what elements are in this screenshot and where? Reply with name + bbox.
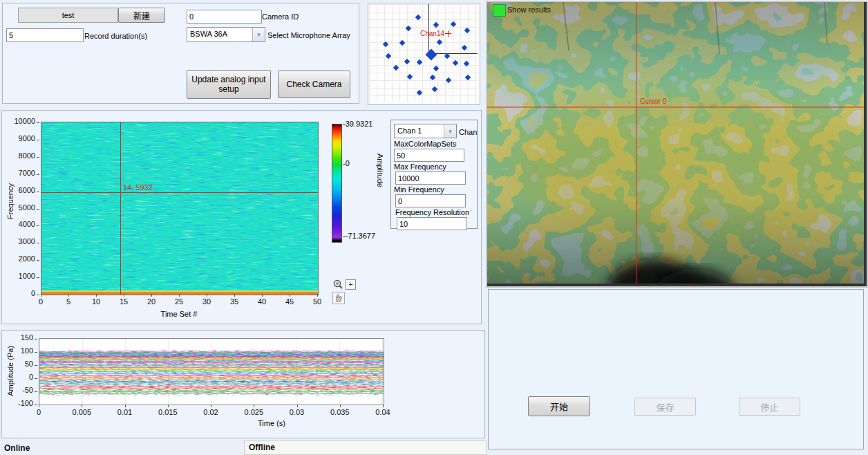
project-name-display[interactable]: test [18,8,118,23]
chan-select[interactable]: Chan 1 ▾ [394,124,457,138]
tick-label: 0.025 [234,408,273,416]
tick-label: 0 [2,289,35,297]
min-frequency-input[interactable]: 0 [395,194,466,207]
mic-dot [464,28,470,33]
start-button[interactable]: 开始 [528,396,590,416]
analysis-controls-group: Chan 1 ▾ Chan MaxColorMapSets 50 Max Fre… [390,120,478,229]
chan-select-value: Chan 1 [395,124,444,138]
mic-dot [417,59,422,65]
record-duration-input[interactable]: 5 [6,28,84,42]
chevron-down-icon[interactable]: ▾ [252,28,265,41]
tick-label: 0.035 [321,408,359,416]
waveform-plot[interactable] [39,338,384,405]
mic-dot [383,41,388,47]
mic-dot [451,21,456,27]
tick-label: 10000 [2,117,35,125]
tick-label: 0 [27,297,55,306]
maxcolormapsets-input[interactable]: 50 [394,149,464,162]
camera-cursor-label: Cursor 0 [640,98,666,105]
tick-label: 40 [248,297,276,306]
tick-label: 7000 [2,169,35,177]
spectrogram-image [41,122,318,295]
tick-label: 25 [165,297,193,306]
camera-overlay-image [487,2,864,284]
tick-label: 45 [276,297,303,306]
mic-dot [432,86,437,92]
tick-label: 9000 [2,134,35,142]
mic-dot [393,65,399,71]
tick-label: 0 [19,408,58,416]
mic-dot [444,53,450,59]
zoom-mode-box[interactable]: + [346,279,356,290]
tick-label: 0.02 [191,408,230,416]
show-results-checkbox[interactable] [493,4,506,17]
colorbar-min-label: --71.3677 [343,232,375,240]
tick-label: 0.015 [149,408,187,416]
colorbar-max-label: -39.9321 [343,120,372,128]
stop-button[interactable]: 停止 [739,398,800,416]
mic-array-panel: Chan14 [368,3,480,105]
mic-dot [433,22,439,28]
setup-panel: test 新建 5 Record duration(s) 0 Camera ID… [2,3,359,104]
mic-dot [446,77,451,83]
mic-array-value: BSWA 36A [187,28,252,41]
mic-dot [430,75,435,80]
mic-dot [437,39,442,45]
mic-array-plot[interactable]: Chan14 [369,4,478,102]
max-frequency-input[interactable]: 10000 [395,171,466,185]
spectrogram-cursor-vline[interactable] [120,122,121,295]
mic-dot [462,45,467,50]
tick-label: 30 [193,297,220,306]
tick-label: 20 [138,297,165,306]
spectrogram-cursor-hline[interactable] [41,192,318,193]
new-project-button[interactable]: 新建 [118,8,165,23]
mic-dot [399,40,405,46]
waveform-panel: 150100500-50-100 00.0050.010.0150.020.02… [1,330,485,438]
tick-label: 10 [82,297,110,306]
waveform-xlabel: Time (s) [230,419,313,427]
frequency-resolution-label: Frequency Resolution [395,208,469,216]
mic-array-label: Select Microphone Array [267,31,350,39]
camera-view[interactable]: Show results Cursor 0 [486,1,868,288]
offline-status-box: Offline [244,440,487,455]
mic-center-dot [426,49,437,61]
pan-tool-icon[interactable] [332,292,345,304]
spectrogram-plot[interactable]: 14, 5932 [41,122,319,295]
camera-id-input[interactable]: 0 [187,10,262,24]
spectrogram-panel: 14, 5932 0100020003000400050006000700080… [1,110,482,324]
mic-dot [464,61,469,66]
colorbar-title: Amplitude [376,154,384,187]
chevron-down-icon[interactable]: ▾ [444,124,456,138]
tick-label: 35 [220,297,248,306]
camera-id-label: Camera ID [262,12,299,21]
mic-array-select[interactable]: BSWA 36A ▾ [187,27,265,42]
mic-dot [417,90,422,95]
acoustic-camera-app: { "setup_panel": { "project_name": "test… [0,0,868,455]
tick-label: 4000 [2,220,35,228]
maxcolormapsets-label: MaxColorMapSets [394,140,456,148]
max-frequency-label: Max Frequency [394,162,446,171]
control-panel: 开始 保存 停止 [488,289,864,449]
mic-dot [433,66,439,71]
mic-dot [406,26,411,31]
update-analog-input-button[interactable]: Update analog input setup [187,70,271,99]
mic-plot-vline [428,4,429,53]
chan14-label: Chan14 [420,30,444,37]
save-button[interactable]: 保存 [634,398,696,416]
show-results-label: Show results [507,6,551,14]
tick-label: 2000 [2,254,35,263]
zoom-tool-icon[interactable] [332,279,345,291]
mic-dot [465,75,471,80]
spectrogram-cursor-label: 14, 5932 [123,183,153,192]
min-frequency-label: Min Frequency [394,185,444,194]
online-status-label: Online [4,443,30,453]
tick-label: 0.03 [278,408,317,416]
tick-label: 15 [110,297,138,306]
mic-dot [415,15,421,20]
check-camera-button[interactable]: Check Camera [278,71,350,98]
tick-label: -100 [2,399,33,407]
frequency-resolution-input[interactable]: 10 [397,217,467,230]
tick-label: 5 [55,297,82,306]
spectrogram-xlabel: Time Set # [138,310,220,318]
spectrogram-ylabel: Frequency [6,183,15,219]
